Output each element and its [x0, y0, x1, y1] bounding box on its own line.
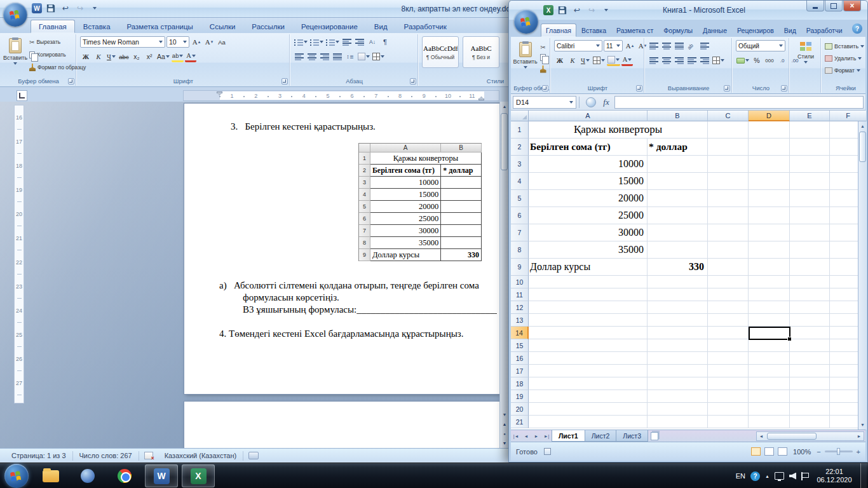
- shrink-font-button[interactable]: [203, 36, 215, 48]
- cell-A16[interactable]: [529, 352, 648, 365]
- cell-A10[interactable]: [529, 276, 648, 288]
- align-left-button[interactable]: [648, 55, 660, 66]
- font-name-select[interactable]: Times New Roman: [80, 36, 165, 48]
- formula-bar-button[interactable]: [586, 97, 596, 107]
- decrease-indent-button[interactable]: [686, 55, 698, 66]
- cell-C15[interactable]: [708, 339, 749, 352]
- align-left-button[interactable]: [294, 51, 305, 62]
- align-right-button[interactable]: [674, 55, 685, 66]
- language-button[interactable]: EN: [736, 472, 745, 480]
- cell-E18[interactable]: [790, 377, 830, 390]
- select-all-button[interactable]: [511, 111, 529, 121]
- next-page-button[interactable]: [500, 438, 509, 448]
- word-tab-Вид[interactable]: Вид: [366, 20, 396, 33]
- word-vscrollbar[interactable]: [499, 102, 508, 448]
- cell-D12[interactable]: [749, 301, 790, 314]
- cell-E20[interactable]: [790, 403, 830, 416]
- show-formatting-marks-button[interactable]: [379, 36, 391, 48]
- page-break-view-button[interactable]: [778, 447, 787, 456]
- row-header-1[interactable]: 1: [511, 121, 529, 139]
- cell-styles-button[interactable]: Стили: [793, 40, 818, 82]
- taskbar-item-word[interactable]: [145, 464, 178, 487]
- cell-A17[interactable]: [529, 365, 648, 377]
- align-right-button[interactable]: [319, 51, 330, 62]
- cell-D17[interactable]: [749, 365, 790, 377]
- scroll-down-button[interactable]: [858, 420, 867, 430]
- cell-D20[interactable]: [749, 403, 790, 416]
- align-center-button[interactable]: [306, 51, 318, 62]
- paste-button[interactable]: Вставить: [3, 36, 28, 76]
- zoom-out-button[interactable]: [817, 448, 820, 456]
- excel-tab-Вставка[interactable]: Вставка: [576, 24, 611, 37]
- bullets-button[interactable]: [294, 36, 308, 48]
- start-button[interactable]: [4, 464, 29, 488]
- cell-E10[interactable]: [790, 276, 830, 288]
- excel-tab-Вид[interactable]: Вид: [779, 24, 801, 37]
- font-dialog-launcher[interactable]: [281, 78, 288, 85]
- document-page[interactable]: 3. Берілген кестені қарастырыңыз. AB1Қар…: [184, 104, 500, 394]
- shading-button[interactable]: [357, 51, 370, 62]
- insert-worksheet-button[interactable]: [648, 430, 661, 442]
- alignment-dialog-launcher[interactable]: [724, 85, 730, 92]
- word-count[interactable]: Число слов: 267: [73, 451, 139, 461]
- font-size-select[interactable]: 10: [166, 36, 189, 48]
- next-sheet-button[interactable]: [531, 430, 541, 442]
- row-header-14[interactable]: 14: [511, 327, 529, 339]
- cell-B11[interactable]: [648, 288, 708, 301]
- formula-input[interactable]: [614, 96, 864, 109]
- cell-C7[interactable]: [708, 224, 749, 241]
- bold-button[interactable]: Ж: [80, 51, 92, 62]
- cell-B12[interactable]: [648, 301, 708, 314]
- underline-button[interactable]: Ч: [105, 51, 117, 62]
- cell-C2[interactable]: [708, 139, 749, 156]
- scroll-left-button[interactable]: ◄: [757, 434, 766, 438]
- cell-E5[interactable]: [790, 190, 830, 207]
- column-header-D[interactable]: D: [749, 111, 790, 121]
- font-dialog-launcher[interactable]: [636, 85, 642, 92]
- cell-B20[interactable]: [648, 403, 708, 416]
- orientation-button[interactable]: [686, 40, 698, 51]
- cell-E17[interactable]: [790, 365, 830, 377]
- cell-E14[interactable]: [790, 327, 830, 339]
- borders-button[interactable]: [372, 51, 385, 62]
- column-header-B[interactable]: B: [648, 111, 708, 121]
- clipboard-dialog-launcher[interactable]: [542, 85, 548, 92]
- cell-C9[interactable]: [708, 259, 749, 276]
- row-header-13[interactable]: 13: [511, 314, 529, 327]
- cell-B15[interactable]: [648, 339, 708, 352]
- borders-button[interactable]: [592, 55, 606, 66]
- cell-A4[interactable]: 15000: [529, 173, 648, 190]
- decrease-indent-button[interactable]: [341, 36, 353, 48]
- scroll-down-button[interactable]: [500, 410, 509, 419]
- row-header-16[interactable]: 16: [511, 352, 529, 365]
- highlight-button[interactable]: ab: [172, 51, 184, 62]
- save-button[interactable]: [45, 3, 57, 14]
- cell-C19[interactable]: [708, 390, 749, 403]
- cell-D4[interactable]: [749, 173, 790, 190]
- cell-A9[interactable]: Доллар курсы: [529, 259, 648, 276]
- row-header-8[interactable]: 8: [511, 241, 529, 259]
- zoom-slider-thumb[interactable]: [837, 448, 840, 455]
- sheet-tab-Лист3[interactable]: Лист3: [616, 430, 648, 442]
- row-header-11[interactable]: 11: [511, 288, 529, 301]
- cell-A2[interactable]: Берілген сома (тг): [529, 139, 648, 156]
- word-tab-Разметка страницы[interactable]: Разметка страницы: [119, 20, 201, 33]
- cell-B21[interactable]: [648, 416, 708, 428]
- cell-B14[interactable]: [648, 327, 708, 339]
- comma-style-button[interactable]: 000: [764, 55, 775, 66]
- merge-center-button[interactable]: [712, 55, 725, 66]
- scroll-up-button[interactable]: [500, 102, 509, 111]
- cell-D3[interactable]: [749, 156, 790, 173]
- language-indicator[interactable]: Казахский (Казахстан): [158, 451, 243, 461]
- style-tile[interactable]: AaBbCcDdf¶ Обычный: [422, 36, 459, 68]
- cell-D16[interactable]: [749, 352, 790, 365]
- row-header-21[interactable]: 21: [511, 416, 529, 428]
- macro-record-icon[interactable]: [544, 448, 551, 455]
- cell-C3[interactable]: [708, 156, 749, 173]
- cell-E13[interactable]: [790, 314, 830, 327]
- cell-B16[interactable]: [648, 352, 708, 365]
- row-header-3[interactable]: 3: [511, 156, 529, 173]
- number-format-select[interactable]: Общий: [736, 40, 785, 51]
- previous-sheet-button[interactable]: [521, 430, 531, 442]
- cell-E19[interactable]: [790, 390, 830, 403]
